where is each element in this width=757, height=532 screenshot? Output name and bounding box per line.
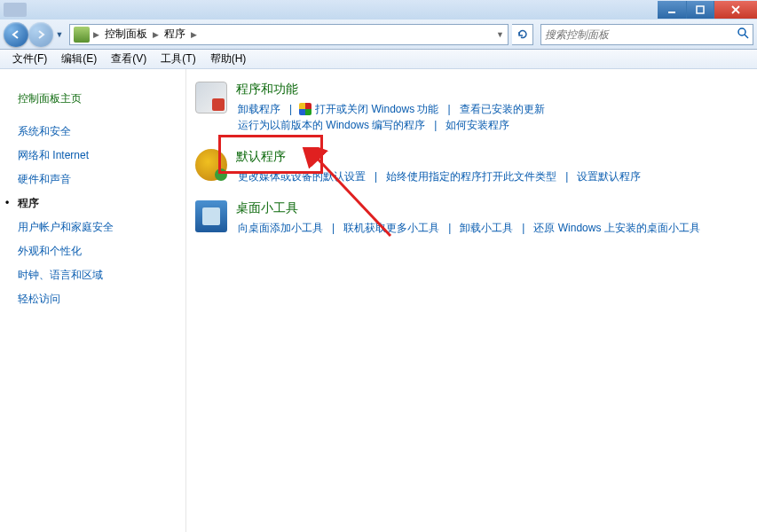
desktop-gadgets-icon	[195, 200, 227, 232]
svg-line-5	[745, 35, 748, 38]
title-bar	[0, 0, 757, 20]
close-button[interactable]	[714, 1, 757, 19]
link-divider: |	[367, 168, 384, 184]
address-dropdown-icon[interactable]: ▼	[494, 30, 506, 39]
link-installed-updates[interactable]: 查看已安装的更新	[458, 101, 547, 117]
back-button[interactable]	[4, 22, 28, 47]
sidebar-item-clock[interactable]: 时钟、语言和区域	[18, 263, 185, 287]
section-title-programs[interactable]: 程序和功能	[236, 82, 748, 98]
link-restore-gadgets[interactable]: 还原 Windows 上安装的桌面小工具	[532, 220, 701, 236]
breadcrumb-sep-icon: ▶	[151, 30, 161, 39]
sidebar-item-system[interactable]: 系统和安全	[18, 120, 185, 144]
shield-icon	[299, 103, 311, 115]
section-title-default[interactable]: 默认程序	[236, 149, 748, 165]
default-programs-icon	[195, 149, 227, 181]
menu-file[interactable]: 文件(F)	[5, 50, 54, 68]
link-divider: |	[558, 168, 575, 184]
sidebar-item-appearance[interactable]: 外观和个性化	[18, 239, 185, 263]
sidebar-item-users[interactable]: 用户帐户和家庭安全	[18, 215, 185, 239]
link-divider: |	[440, 101, 457, 117]
search-input[interactable]	[545, 28, 737, 41]
sidebar-item-ease[interactable]: 轻松访问	[18, 287, 185, 311]
link-set-default[interactable]: 设置默认程序	[575, 168, 643, 184]
link-divider: |	[427, 117, 444, 133]
maximize-button[interactable]	[686, 1, 714, 19]
menu-bar: 文件(F) 编辑(E) 查看(V) 工具(T) 帮助(H)	[0, 50, 757, 69]
sidebar-home[interactable]: 控制面板主页	[18, 87, 185, 111]
section-programs-features: 程序和功能 卸载程序 | 打开或关闭 Windows 功能 | 查看已安装的更新…	[195, 82, 748, 133]
breadcrumb-programs[interactable]: 程序	[161, 27, 189, 42]
link-divider: |	[325, 220, 342, 236]
search-box[interactable]	[540, 24, 753, 45]
sidebar: 控制面板主页 系统和安全 网络和 Internet 硬件和声音 程序 用户帐户和…	[0, 69, 186, 532]
breadcrumb-control-panel[interactable]: 控制面板	[101, 27, 151, 42]
link-divider: |	[282, 101, 299, 117]
section-default-programs: 默认程序 更改媒体或设备的默认设置 | 始终使用指定的程序打开此文件类型 | 设…	[195, 149, 748, 184]
navigation-toolbar: ▼ ▶ 控制面板 ▶ 程序 ▶ ▼	[0, 20, 757, 50]
search-icon[interactable]	[737, 27, 749, 42]
main-panel: 程序和功能 卸载程序 | 打开或关闭 Windows 功能 | 查看已安装的更新…	[186, 69, 757, 532]
menu-tools[interactable]: 工具(T)	[154, 50, 202, 68]
link-divider: |	[441, 220, 458, 236]
control-panel-icon	[74, 27, 90, 43]
breadcrumb-sep-icon: ▶	[189, 30, 199, 39]
link-compat[interactable]: 运行为以前版本的 Windows 编写的程序	[236, 117, 427, 133]
link-windows-features[interactable]: 打开或关闭 Windows 功能	[313, 101, 440, 117]
section-title-gadgets[interactable]: 桌面小工具	[236, 200, 748, 216]
link-how-install[interactable]: 如何安装程序	[444, 117, 511, 133]
programs-features-icon	[195, 82, 227, 113]
svg-rect-0	[668, 12, 675, 13]
sidebar-item-programs[interactable]: 程序	[18, 192, 185, 215]
link-add-gadget[interactable]: 向桌面添加小工具	[236, 220, 325, 236]
svg-point-4	[738, 28, 745, 35]
link-divider: |	[515, 220, 532, 236]
section-desktop-gadgets: 桌面小工具 向桌面添加小工具 | 联机获取更多小工具 | 卸载小工具 | 还原 …	[195, 200, 748, 236]
sidebar-item-hardware[interactable]: 硬件和声音	[18, 168, 185, 192]
refresh-button[interactable]	[512, 24, 533, 45]
forward-button[interactable]	[28, 22, 53, 47]
breadcrumb-sep-icon: ▶	[91, 30, 101, 39]
link-uninstall[interactable]: 卸载程序	[236, 101, 282, 117]
link-file-assoc[interactable]: 始终使用指定的程序打开此文件类型	[384, 168, 558, 184]
sidebar-item-network[interactable]: 网络和 Internet	[18, 144, 185, 168]
address-bar[interactable]: ▶ 控制面板 ▶ 程序 ▶ ▼	[69, 24, 509, 45]
window-controls	[658, 1, 757, 19]
minimize-button[interactable]	[658, 1, 686, 19]
link-uninstall-gadget[interactable]: 卸载小工具	[458, 220, 515, 236]
content-area: 控制面板主页 系统和安全 网络和 Internet 硬件和声音 程序 用户帐户和…	[0, 69, 757, 532]
menu-view[interactable]: 查看(V)	[104, 50, 154, 68]
link-media-defaults[interactable]: 更改媒体或设备的默认设置	[236, 168, 367, 184]
menu-help[interactable]: 帮助(H)	[203, 50, 254, 68]
history-dropdown-icon[interactable]: ▼	[53, 30, 66, 39]
link-more-gadgets[interactable]: 联机获取更多小工具	[342, 220, 441, 236]
svg-rect-1	[697, 6, 704, 13]
menu-edit[interactable]: 编辑(E)	[54, 50, 104, 68]
taskbar-preview-icon	[4, 3, 27, 17]
